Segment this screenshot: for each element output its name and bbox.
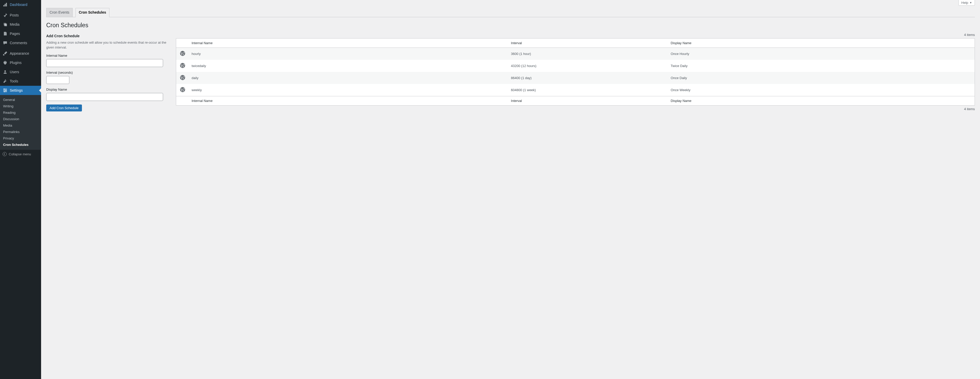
- help-label: Help: [961, 1, 968, 5]
- dashboard-icon: [3, 2, 8, 7]
- collapse-label: Collapse menu: [9, 152, 31, 156]
- sidebar-item-plugins[interactable]: Plugins: [0, 58, 41, 67]
- comments-icon: [3, 40, 8, 45]
- nav-tabs: Cron Events Cron Schedules: [46, 6, 975, 17]
- table-row: daily86400 (1 day)Once Daily: [176, 72, 975, 84]
- sidebar-item-label: Dashboard: [10, 3, 27, 7]
- display-name-label: Display Name: [46, 88, 167, 91]
- admin-sidebar: Dashboard Posts Media: [0, 0, 41, 379]
- col-header-icon: [176, 38, 189, 48]
- tablenav-bottom: 4 items: [176, 105, 975, 113]
- sidebar-item-label: Appearance: [10, 51, 29, 56]
- wordpress-icon: [180, 51, 185, 56]
- sidebar-item-label: Users: [10, 70, 19, 74]
- settings-icon: [3, 88, 8, 93]
- pages-icon: [3, 31, 8, 36]
- users-icon: [3, 69, 8, 75]
- brush-icon: [3, 51, 8, 56]
- svg-rect-3: [3, 91, 7, 92]
- cell-display-name: Twice Daily: [668, 60, 975, 72]
- cell-interval: 43200 (12 hours): [509, 60, 668, 72]
- sidebar-item-label: Tools: [10, 79, 18, 83]
- col-header-interval: Interval: [509, 38, 668, 48]
- table-row: twicedaily43200 (12 hours)Twice Daily: [176, 60, 975, 72]
- cell-interval: 86400 (1 day): [509, 72, 668, 84]
- submenu-writing[interactable]: Writing: [0, 103, 41, 109]
- cell-internal-name: weekly: [189, 84, 509, 96]
- cell-internal-name: twicedaily: [189, 60, 509, 72]
- items-count-top: 4 items: [964, 33, 975, 37]
- items-count-bottom: 4 items: [964, 107, 975, 111]
- sidebar-item-appearance[interactable]: Appearance: [0, 49, 41, 58]
- submenu-reading[interactable]: Reading: [0, 109, 41, 116]
- sidebar-item-label: Plugins: [10, 61, 22, 65]
- sidebar-item-dashboard[interactable]: Dashboard: [0, 0, 41, 9]
- sidebar-item-label: Settings: [10, 88, 23, 92]
- tablenav-top: 4 items: [176, 31, 975, 38]
- pin-icon: [3, 13, 8, 18]
- svg-rect-5: [6, 90, 6, 91]
- submenu-general[interactable]: General: [0, 97, 41, 103]
- help-toggle[interactable]: Help ▼: [958, 0, 975, 6]
- page-title: Cron Schedules: [46, 22, 975, 29]
- cell-internal-name: hourly: [189, 48, 509, 60]
- add-schedule-heading: Add Cron Schedule: [46, 34, 167, 38]
- interval-label: Interval (seconds): [46, 71, 167, 75]
- collapse-menu[interactable]: Collapse menu: [0, 150, 41, 158]
- display-name-input[interactable]: [46, 93, 163, 101]
- chevron-down-icon: ▼: [969, 1, 972, 4]
- wordpress-icon: [180, 87, 185, 92]
- submenu-cron-schedules[interactable]: Cron Schedules: [0, 142, 41, 148]
- internal-name-label: Internal Name: [46, 54, 167, 57]
- internal-name-input[interactable]: [46, 59, 163, 67]
- sidebar-item-label: Comments: [10, 41, 27, 45]
- wordpress-icon: [180, 63, 185, 68]
- schedules-table: Internal Name Interval Display Name hour…: [176, 38, 975, 105]
- submenu-media[interactable]: Media: [0, 122, 41, 129]
- sidebar-item-label: Pages: [10, 32, 20, 36]
- cell-interval: 3600 (1 hour): [509, 48, 668, 60]
- cell-display-name: Once Weekly: [668, 84, 975, 96]
- col-footer-icon: [176, 96, 189, 105]
- sidebar-item-users[interactable]: Users: [0, 67, 41, 76]
- media-icon: [3, 22, 8, 27]
- sidebar-item-pages[interactable]: Pages: [0, 29, 41, 38]
- add-schedule-description: Adding a new cron schedule will allow yo…: [46, 40, 167, 50]
- svg-point-0: [4, 70, 6, 72]
- svg-rect-2: [3, 90, 7, 91]
- plugin-icon: [3, 60, 8, 65]
- sidebar-item-label: Posts: [10, 13, 19, 17]
- sidebar-item-comments[interactable]: Comments: [0, 38, 41, 48]
- add-schedule-button[interactable]: Add Cron Schedule: [46, 105, 82, 111]
- table-row: weekly604800 (1 week)Once Weekly: [176, 84, 975, 96]
- submenu-discussion[interactable]: Discussion: [0, 116, 41, 122]
- sidebar-item-posts[interactable]: Posts: [0, 11, 41, 20]
- col-footer-interval: Interval: [509, 96, 668, 105]
- interval-input[interactable]: [46, 76, 69, 84]
- col-footer-internal-name: Internal Name: [189, 96, 509, 105]
- tab-cron-schedules[interactable]: Cron Schedules: [75, 8, 110, 17]
- cell-internal-name: daily: [189, 72, 509, 84]
- sidebar-item-settings[interactable]: Settings: [0, 86, 41, 95]
- settings-submenu: General Writing Reading Discussion Media…: [0, 95, 41, 150]
- svg-rect-6: [4, 91, 5, 92]
- col-header-display-name: Display Name: [668, 38, 975, 48]
- tab-cron-events[interactable]: Cron Events: [46, 8, 73, 17]
- sidebar-item-media[interactable]: Media: [0, 20, 41, 29]
- sidebar-item-tools[interactable]: Tools: [0, 76, 41, 86]
- submenu-permalinks[interactable]: Permalinks: [0, 129, 41, 135]
- wordpress-icon: [180, 75, 185, 80]
- col-header-internal-name: Internal Name: [189, 38, 509, 48]
- submenu-privacy[interactable]: Privacy: [0, 135, 41, 142]
- cell-interval: 604800 (1 week): [509, 84, 668, 96]
- collapse-icon: [3, 152, 7, 156]
- cell-display-name: Once Hourly: [668, 48, 975, 60]
- col-footer-display-name: Display Name: [668, 96, 975, 105]
- cell-display-name: Once Daily: [668, 72, 975, 84]
- tools-icon: [3, 78, 8, 84]
- table-row: hourly3600 (1 hour)Once Hourly: [176, 48, 975, 60]
- sidebar-item-label: Media: [10, 22, 19, 27]
- svg-rect-4: [4, 89, 4, 90]
